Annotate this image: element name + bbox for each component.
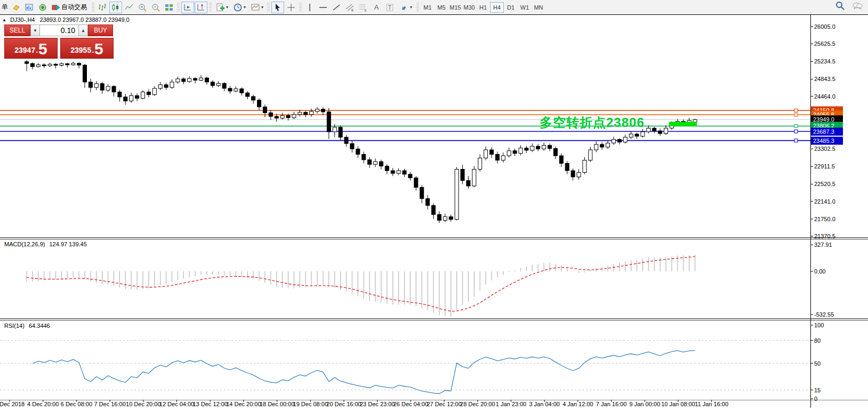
price-axis-label: 25234.5: [814, 58, 835, 65]
volume-up-button[interactable]: ▲: [78, 25, 88, 36]
price-axis-label: 24464.0: [814, 93, 835, 100]
rsi-axis-label: 100: [814, 322, 824, 328]
volume-input[interactable]: 0.10: [40, 25, 78, 36]
price-axis-label: 26005.0: [814, 23, 835, 30]
price-axis-label: 22520.5: [814, 181, 835, 187]
time-axis-label: 26 Dec 04:00: [393, 401, 428, 407]
sell-button[interactable]: SELL: [4, 25, 30, 36]
buy-button[interactable]: BUY: [88, 25, 113, 36]
time-axis-label: 9 Jan 00:00: [630, 401, 661, 407]
time-axis-label: 11 Jan 16:00: [695, 401, 728, 407]
macd-axis-label: 327.91: [814, 241, 832, 248]
time-axis-label: 7 Jan 16:00: [596, 401, 627, 407]
price-axis-label: 21370.5: [814, 233, 835, 239]
rsi-label: RSI(14) 64.3446: [4, 323, 50, 329]
time-axis-label: 13 Dec 12:00: [192, 401, 227, 407]
time-axis-label: 7 Dec 16:00: [94, 401, 125, 407]
price-axis-label: 22911.5: [814, 163, 835, 170]
chart-canvas[interactable]: [0, 0, 868, 411]
price-axis-label: 25625.5: [814, 41, 835, 47]
price-axis-label: 21750.0: [814, 216, 835, 222]
time-axis-label: 27 Dec 12:00: [427, 401, 461, 407]
rsi-axis-label: 0: [814, 396, 817, 402]
annotation-text[interactable]: 多空转折点23806: [540, 114, 645, 131]
sell-price-box[interactable]: 23947.5: [4, 38, 58, 59]
symbol-period-label: DJ30-,H4: [10, 17, 35, 23]
volume-down-button[interactable]: ▼: [30, 25, 40, 36]
time-axis-label: 10 Jan 08:00: [661, 401, 695, 407]
collapse-one-click-arrow[interactable]: ▲: [2, 18, 6, 22]
buy-price-box[interactable]: 23955.5: [60, 38, 114, 59]
time-axis-label: 3 Dec 2018: [0, 401, 25, 407]
sell-price: 23947: [14, 45, 35, 55]
time-axis-label: 1 Jan 23:00: [496, 401, 527, 407]
macd-label: MACD(12,26,9) 124.97 139.45: [4, 241, 87, 247]
rsi-axis-label: 50: [814, 360, 821, 367]
time-axis-label: 19 Dec 08:00: [293, 401, 328, 407]
time-axis-label: 4 Dec 20:00: [27, 401, 59, 407]
time-axis-label: 14 Dec 20:00: [226, 401, 261, 407]
mt4-window: 单 自动交易 ▾: [0, 0, 868, 411]
price-tag: 23485.3: [811, 136, 843, 144]
time-axis-label: 18 Dec 00:00: [260, 401, 294, 407]
time-axis-label: 28 Dec 20:00: [460, 401, 495, 407]
time-axis-label: 12 Dec 04:00: [159, 401, 194, 407]
one-click-trading-panel: SELL ▼ 0.10 ▲ BUY 23947.5 23955.5: [4, 25, 114, 59]
time-axis-label: 23 Dec 23:00: [360, 401, 395, 407]
ohlc-values: 23893.0 23967.0 23887.0 23949.0: [40, 17, 130, 23]
macd-axis-label: -532.55: [814, 311, 834, 318]
price-axis-label: 22141.0: [814, 198, 835, 205]
buy-price: 23955: [70, 45, 91, 55]
rsi-axis-label: 80: [814, 337, 821, 344]
rsi-axis-label: 15: [814, 387, 821, 393]
time-axis-label: 20 Dec 16:00: [326, 401, 361, 407]
time-axis-label: 3 Jan 04:00: [529, 401, 560, 407]
time-axis-label: 4 Jan 12:00: [562, 401, 593, 407]
price-tag: 23687.3: [811, 127, 843, 135]
time-axis-label: 6 Dec 08:00: [61, 401, 92, 407]
price-axis-label: 24843.5: [814, 76, 835, 82]
macd-axis-label: 0.00: [814, 268, 825, 275]
price-axis-label: 23302.5: [814, 146, 835, 152]
chart-title: ▲ DJ30-,H4 23893.0 23967.0 23887.0 23949…: [2, 17, 130, 23]
time-axis-label: 10 Dec 20:00: [126, 401, 160, 407]
